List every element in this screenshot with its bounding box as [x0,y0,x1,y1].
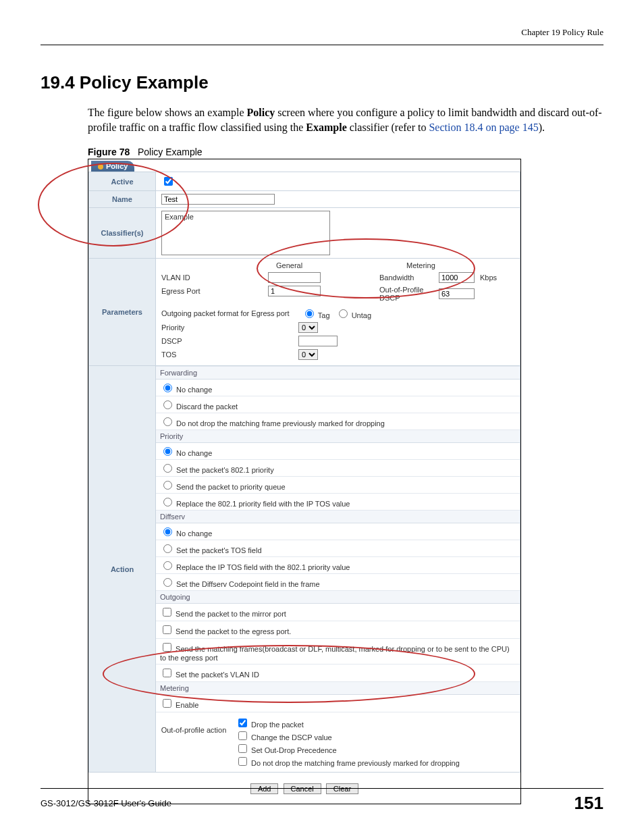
oop-drop[interactable]: Drop the packet [236,721,304,729]
oop-dscp-label: Out-of-Profile DSCP [379,286,433,302]
fwd-discard[interactable]: Discard the packet [160,402,238,411]
label-action: Action [89,366,156,773]
label-active: Active [89,172,156,191]
egress-port-label: Egress Port [161,287,263,295]
figure-caption: Figure 78 Policy Example [88,147,603,157]
figure-label: Figure 78 [88,147,130,157]
bold-example: Example [306,122,346,133]
chapter-header: Chapter 19 Policy Rule [41,27,603,38]
label-classifiers: Classifier(s) [89,208,156,259]
name-input[interactable] [161,194,275,205]
pri-replace[interactable]: Replace the 802.1 priority field with th… [160,500,350,508]
priority-head: Priority [156,430,520,443]
metering-action-head: Metering [156,682,520,695]
dscp-input[interactable] [298,336,338,346]
page-footer: GS-3012/GS-3012F User's Guide 151 [41,788,603,814]
text: classifier (refer to [347,122,429,133]
text: The figure below shows an example [88,107,246,118]
ds-nochange[interactable]: No change [160,529,212,538]
ds-replaceip[interactable]: Replace the IP TOS field with the 802.1 … [160,563,350,571]
text: ). [539,122,545,133]
tag-radio[interactable] [305,309,314,318]
tos-select[interactable]: 0 [298,349,318,360]
footer-page-number: 151 [574,793,603,814]
fwd-nochange[interactable]: No change [160,386,212,394]
tag-radio-label[interactable]: Tag [302,307,330,319]
out-setvlan[interactable]: Set the packet's VLAN ID [160,671,259,679]
figure-title: Policy Example [138,147,203,157]
pri-set8021[interactable]: Set the packet's 802.1 priority [160,466,274,474]
policy-tab: Policy [91,161,134,172]
label-parameters: Parameters [89,259,156,366]
kbps-label: Kbps [480,273,497,282]
untag-radio-label[interactable]: Untag [336,307,371,319]
bold-policy: Policy [246,107,275,118]
out-matching[interactable]: Send the matching frames(broadcast or DL… [160,645,510,662]
active-checkbox[interactable] [164,177,173,186]
metering-head: Metering [406,261,514,269]
untag-radio[interactable] [339,309,348,318]
oop-setprec[interactable]: Set Out-Drop Precedence [236,746,337,754]
out-mirror[interactable]: Send the packet to the mirror port [160,610,286,618]
vlan-id-label: VLAN ID [161,273,263,282]
dscp-label: DSCP [161,337,293,345]
oop-nodrop[interactable]: Do not drop the matching frame previousl… [236,759,460,767]
met-enable[interactable]: Enable [160,701,198,709]
footer-guide: GS-3012/GS-3012F User's Guide [41,798,171,808]
classifier-list[interactable]: Example [161,211,330,255]
format-label: Outgoing packet format for Egress port [161,309,296,317]
tos-label: TOS [161,350,293,359]
fwd-nodrop[interactable]: Do not drop the matching frame previousl… [160,419,385,427]
header-rule [41,45,603,45]
figure-screenshot: Policy Active Name Classifier(s) [88,159,521,804]
intro-paragraph: The figure below shows an example Policy… [88,105,603,134]
general-head: General [276,261,379,269]
oop-change[interactable]: Change the DSCP value [236,733,332,741]
vlan-id-input[interactable] [268,272,321,283]
label-name: Name [89,191,156,208]
ds-settos[interactable]: Set the packet's TOS field [160,546,262,554]
diffserv-head: Diffserv [156,511,520,523]
outgoing-head: Outgoing [156,591,520,604]
egress-port-input[interactable] [268,286,321,296]
pri-sendq[interactable]: Send the packet to priority queue [160,483,286,491]
oop-dscp-input[interactable] [439,288,475,299]
oop-action-label: Out-of-profile action [160,716,227,734]
forwarding-head: Forwarding [156,367,520,380]
priority-select[interactable]: 0 [298,322,318,333]
bandwidth-input[interactable] [439,272,475,283]
out-egress[interactable]: Send the packet to the egress port. [160,627,291,635]
ds-setcp[interactable]: Set the Diffserv Codepoint field in the … [160,580,320,588]
priority-label: Priority [161,323,293,332]
bandwidth-label: Bandwidth [379,273,433,282]
pri-nochange[interactable]: No change [160,449,212,457]
section-title: 19.4 Policy Example [41,72,603,93]
section-link[interactable]: Section 18.4 on page 145 [429,122,538,133]
